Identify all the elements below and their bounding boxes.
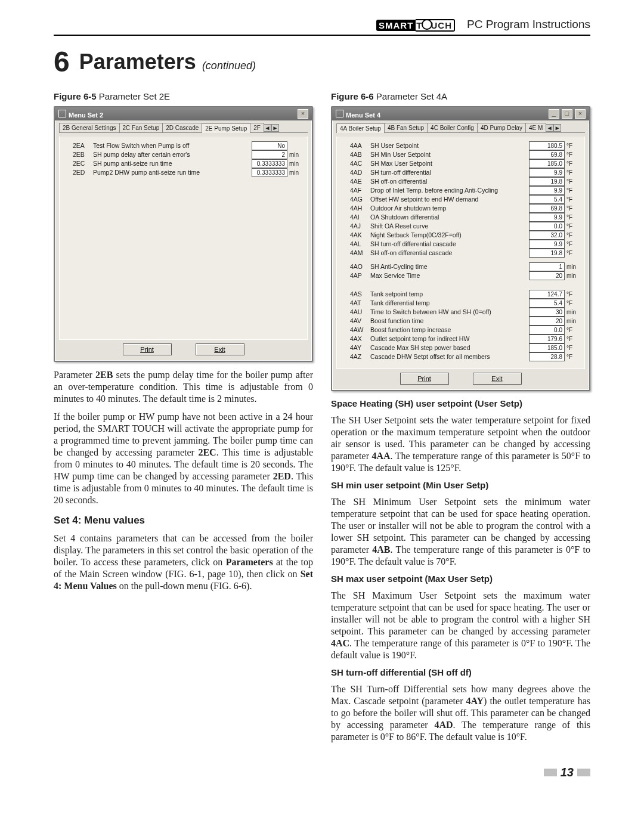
param-value-input[interactable]: 180.5 — [529, 141, 565, 150]
param-value-input[interactable]: 9.9 — [529, 186, 565, 195]
param-row: 4ATTank differential temp5.4°F — [350, 299, 580, 308]
param-label: SH turn-off differential cascade — [370, 240, 529, 249]
param-unit: min — [566, 317, 580, 326]
param-code: 4AK — [350, 231, 370, 240]
tab-2F[interactable]: 2F — [250, 123, 264, 132]
param-code: 4AV — [350, 317, 370, 326]
tab-4A[interactable]: 4A Boiler Setup — [336, 123, 385, 133]
param-value-input[interactable]: 124.7 — [529, 290, 565, 299]
param-value-input[interactable]: 9.9 — [529, 240, 565, 249]
param-value-input[interactable]: 0.3333333 — [252, 168, 287, 177]
param-value-input[interactable]: 19.8 — [529, 249, 565, 258]
param-unit: °F — [566, 299, 580, 308]
tab-4C[interactable]: 4C Boiler Config — [427, 123, 478, 132]
tab-4D[interactable]: 4D Pump Delay — [477, 123, 526, 132]
param-row: 4ADSH turn-off differential9.9°F — [350, 168, 580, 177]
param-row: 4AZCascade DHW Setpt offset for all memb… — [350, 352, 580, 361]
tab-2E[interactable]: 2E Pump Setup — [202, 123, 250, 133]
dialog-titlebar[interactable]: Menu Set 4 _ □ × — [332, 107, 589, 120]
tab-4E[interactable]: 4E M — [525, 123, 546, 132]
paragraph-2eb: Parameter 2EB sets the pump delay time f… — [54, 369, 313, 405]
param-row: 2EATest Flow Switch when Pump is offNo — [73, 141, 302, 150]
param-label: Max Service Time — [370, 271, 529, 280]
param-value-input[interactable]: 5.4 — [529, 299, 565, 308]
parameter-panel: 4AASH User Setpoint180.5°F4ABSH Min User… — [336, 137, 585, 369]
print-button[interactable]: Print — [123, 343, 172, 355]
param-unit: °F — [566, 343, 580, 352]
section-heading: 6 Parameters (continued) — [54, 45, 590, 78]
param-unit: min — [289, 159, 302, 168]
param-unit: °F — [566, 213, 580, 222]
tab-2B[interactable]: 2B General Settings — [59, 123, 120, 132]
param-value-input[interactable]: 1 — [529, 262, 565, 271]
exit-button[interactable]: Exit — [473, 373, 522, 385]
param-value-input[interactable]: 20 — [529, 271, 565, 280]
param-label: SH pump anti-seize run time — [93, 159, 252, 168]
param-value-input[interactable]: No — [252, 141, 287, 150]
dialog-titlebar[interactable]: Menu Set 2 × — [55, 107, 312, 120]
window-icon — [336, 110, 343, 117]
param-label: Time to Switch between HW and SH (0=off) — [370, 308, 529, 317]
maximize-icon[interactable]: □ — [562, 109, 572, 119]
page-header: SMARTTUCH PC Program Instructions — [54, 18, 590, 36]
param-value-input[interactable]: 2 — [252, 150, 287, 159]
param-unit: min — [566, 262, 580, 271]
param-label: Test Flow Switch when Pump is off — [93, 141, 252, 150]
param-value-input[interactable]: 9.9 — [529, 168, 565, 177]
param-value-input[interactable]: 20 — [529, 317, 565, 326]
tab-bar: 2B General Settings2C Fan Setup2D Cascad… — [59, 123, 308, 133]
param-value-input[interactable]: 69.8 — [529, 204, 565, 213]
param-code: 4AY — [350, 343, 370, 352]
param-unit: °F — [566, 352, 580, 361]
param-row: 4AXOutlet setpoint temp for indirect HW1… — [350, 335, 580, 343]
minimize-icon[interactable]: _ — [549, 109, 559, 119]
param-label: SH off-on differential — [370, 177, 529, 186]
param-code: 4AW — [350, 326, 370, 335]
param-unit: °F — [566, 186, 580, 195]
print-button[interactable]: Print — [400, 373, 449, 385]
close-icon[interactable]: × — [298, 109, 308, 119]
param-unit: °F — [566, 177, 580, 186]
param-code: 4AJ — [350, 222, 370, 231]
param-unit: °F — [566, 150, 580, 159]
param-unit: min — [289, 168, 302, 177]
param-code: 4AD — [350, 168, 370, 177]
param-value-input[interactable]: 5.4 — [529, 195, 565, 204]
param-row: 4AKNight Setback Temp(0C/32F=off)32.0°F — [350, 231, 580, 240]
param-row: 4AIOA Shutdown differential9.9°F — [350, 213, 580, 222]
tab-bar: 4A Boiler Setup4B Fan Setup4C Boiler Con… — [336, 123, 585, 133]
param-value-input[interactable]: 32.0 — [529, 231, 565, 240]
exit-button[interactable]: Exit — [196, 343, 244, 355]
param-code: 4AG — [350, 195, 370, 204]
param-value-input[interactable]: 9.9 — [529, 213, 565, 222]
param-label: Cascade Max SH step power based — [370, 343, 529, 352]
param-code: 4AE — [350, 177, 370, 186]
param-code: 2EA — [73, 141, 93, 150]
param-unit: °F — [566, 290, 580, 299]
param-value-input[interactable]: 185.0 — [529, 159, 565, 168]
tab-4B[interactable]: 4B Fan Setup — [384, 123, 428, 132]
tab-scroll-right-icon[interactable]: ► — [271, 124, 279, 132]
param-value-input[interactable]: 0.0 — [529, 222, 565, 231]
param-value-input[interactable]: 30 — [529, 308, 565, 317]
param-value-input[interactable]: 179.6 — [529, 335, 565, 343]
param-code: 2EC — [73, 159, 93, 168]
paragraph-set4: Set 4 contains parameters that can be ac… — [54, 532, 313, 592]
param-value-input[interactable]: 19.8 — [529, 177, 565, 186]
param-value-input[interactable]: 185.0 — [529, 343, 565, 352]
param-value-input[interactable]: 69.8 — [529, 150, 565, 159]
tab-2D[interactable]: 2D Cascade — [162, 123, 202, 132]
window-icon — [58, 110, 66, 117]
param-row: 2ECSH pump anti-seize run time0.3333333m… — [73, 159, 302, 168]
tab-scroll-left-icon[interactable]: ◄ — [264, 124, 271, 132]
close-icon[interactable]: × — [575, 109, 586, 119]
param-value-input[interactable]: 0.3333333 — [252, 159, 287, 168]
param-unit: °F — [566, 195, 580, 204]
tab-scroll-right-icon[interactable]: ► — [553, 124, 561, 132]
tab-2C[interactable]: 2C Fan Setup — [119, 123, 163, 132]
param-unit: °F — [566, 159, 580, 168]
param-code: 2ED — [73, 168, 93, 177]
param-value-input[interactable]: 28.8 — [529, 352, 565, 361]
param-value-input[interactable]: 0.0 — [529, 326, 565, 335]
tab-scroll-left-icon[interactable]: ◄ — [546, 124, 553, 132]
